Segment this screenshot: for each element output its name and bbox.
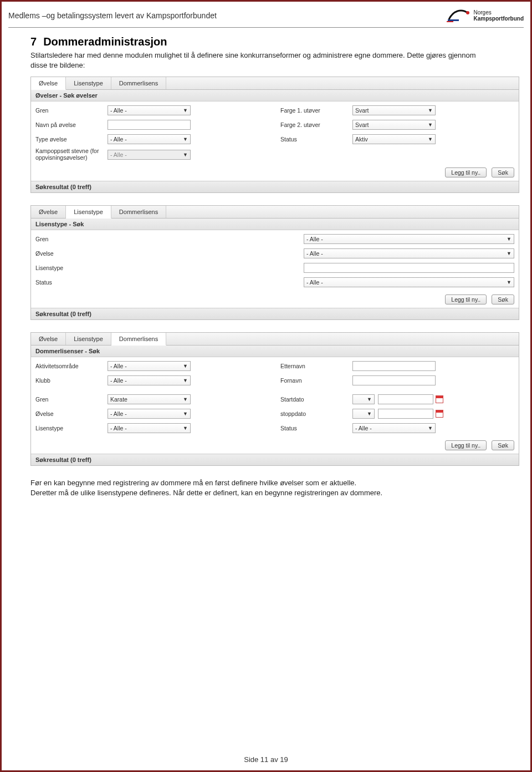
outro-paragraph: Før en kan begynne med registrering av d… [30, 478, 485, 497]
add-button[interactable]: Legg til ny.. [445, 167, 487, 177]
label-gren: Gren [35, 236, 96, 242]
tab-ovelse[interactable]: Øvelse [31, 77, 66, 90]
label-gren: Gren [35, 396, 108, 403]
calendar-icon[interactable] [436, 410, 443, 418]
page-header: Medlems –og betalingssystem levert av Ka… [8, 7, 524, 28]
input-stoppdato[interactable] [378, 409, 433, 419]
section-number: 7 [30, 35, 37, 48]
chevron-down-icon: ▼ [428, 108, 433, 113]
chevron-down-icon: ▼ [428, 425, 433, 431]
page-footer: Side 11 av 19 [2, 755, 530, 764]
label-lisenstype: Lisenstype [35, 425, 108, 431]
tabs: Øvelse Lisenstype Dommerlisens [31, 206, 519, 219]
section-title: Dommeradministrasjon [43, 35, 167, 48]
label-farge1: Farge 1. utøver [280, 107, 352, 114]
search-button[interactable]: Søk [492, 294, 514, 304]
panel1-subheader: Øvelser - Søk øvelser [31, 90, 519, 101]
select-type[interactable]: - Alle -▼ [108, 134, 191, 144]
label-navn: Navn på øvelse [35, 121, 108, 128]
label-lisenstype: Lisenstype [35, 265, 96, 271]
search-button[interactable]: Søk [492, 440, 514, 450]
logo-icon [446, 7, 470, 24]
label-kampoppsett: Kampoppsett stevne (for oppvisningsøvels… [35, 148, 108, 161]
select-lisenstype[interactable]: - Alle -▼ [108, 423, 191, 433]
panel-lisenstype: Øvelse Lisenstype Dommerlisens Lisenstyp… [30, 205, 519, 320]
search-button[interactable]: Søk [492, 167, 514, 177]
chevron-down-icon: ▼ [183, 397, 188, 402]
calendar-icon[interactable] [436, 395, 443, 403]
header-title: Medlems –og betalingssystem levert av Ka… [8, 11, 217, 20]
select-start-day[interactable]: ▼ [352, 394, 375, 404]
chevron-down-icon: ▼ [183, 425, 188, 431]
chevron-down-icon: ▼ [428, 122, 433, 128]
chevron-down-icon: ▼ [183, 411, 188, 417]
tab-lisenstype[interactable]: Lisenstype [66, 333, 111, 345]
chevron-down-icon: ▼ [183, 152, 188, 158]
input-lisenstype[interactable] [304, 263, 514, 273]
add-button[interactable]: Legg til ny.. [445, 294, 487, 304]
chevron-down-icon: ▼ [183, 108, 188, 113]
chevron-down-icon: ▼ [507, 251, 511, 256]
select-kampoppsett: - Alle -▼ [108, 150, 191, 160]
select-status[interactable]: - Alle -▼ [352, 423, 436, 433]
tab-lisenstype[interactable]: Lisenstype [66, 206, 111, 219]
panel2-result: Søkresultat (0 treff) [31, 308, 519, 319]
logo-text-line2: Kampsportforbund [473, 16, 524, 22]
chevron-down-icon: ▼ [507, 280, 511, 285]
select-ovelse[interactable]: - Alle -▼ [108, 409, 191, 419]
label-gren: Gren [35, 107, 108, 114]
label-stoppdato: stoppdato [280, 410, 352, 417]
label-ovelse: Øvelse [35, 410, 108, 417]
chevron-down-icon: ▼ [183, 378, 188, 383]
chevron-down-icon: ▼ [183, 363, 188, 369]
label-ovelse: Øvelse [35, 250, 96, 257]
panel-dommerlisens: Øvelse Lisenstype Dommerlisens Dommerlis… [30, 332, 519, 466]
label-status: Status [35, 279, 96, 286]
chevron-down-icon: ▼ [428, 136, 433, 142]
document-page: Medlems –og betalingssystem levert av Ka… [0, 0, 532, 772]
select-status[interactable]: Aktiv▼ [352, 134, 436, 144]
tab-lisenstype[interactable]: Lisenstype [66, 77, 111, 89]
select-gren[interactable]: - Alle -▼ [108, 105, 191, 115]
tab-ovelse[interactable]: Øvelse [31, 206, 66, 218]
select-gren[interactable]: Karate▼ [108, 394, 191, 404]
chevron-down-icon: ▼ [367, 397, 372, 402]
select-gren[interactable]: - Alle -▼ [304, 234, 514, 244]
select-stop-day[interactable]: ▼ [352, 409, 375, 419]
select-farge2[interactable]: Svart▼ [352, 120, 436, 130]
add-button[interactable]: Legg til ny.. [445, 440, 487, 450]
input-navn[interactable] [108, 120, 191, 130]
label-aktivitet: Aktivitetsområde [35, 363, 108, 369]
tabs: Øvelse Lisenstype Dommerlisens [31, 333, 519, 346]
tab-dommerlisens[interactable]: Dommerlisens [111, 333, 166, 346]
label-status: Status [280, 425, 352, 431]
select-status[interactable]: - Alle -▼ [304, 277, 514, 287]
logo-text-line1: Norges [473, 9, 524, 16]
chevron-down-icon: ▼ [183, 136, 188, 142]
tab-ovelse[interactable]: Øvelse [31, 333, 66, 345]
panel3-subheader: Dommerlisenser - Søk [31, 346, 519, 357]
label-farge2: Farge 2. utøver [280, 121, 352, 128]
panel1-result: Søkresultat (0 treff) [31, 181, 519, 192]
label-status: Status [280, 136, 352, 143]
logo: Norges Kampsportforbund [446, 7, 524, 24]
input-fornavn[interactable] [352, 375, 436, 385]
select-aktivitet[interactable]: - Alle -▼ [108, 361, 191, 371]
chevron-down-icon: ▼ [507, 236, 511, 242]
label-startdato: Startdato [280, 396, 352, 403]
label-klubb: Klubb [35, 377, 108, 384]
svg-point-0 [466, 11, 469, 14]
tab-dommerlisens[interactable]: Dommerlisens [111, 206, 166, 218]
panel2-subheader: Lisenstype - Søk [31, 219, 519, 230]
input-etternavn[interactable] [352, 361, 436, 371]
select-farge1[interactable]: Svart▼ [352, 105, 436, 115]
panel3-result: Søkresultat (0 treff) [31, 454, 519, 465]
svg-rect-2 [447, 21, 453, 22]
tabs: Øvelse Lisenstype Dommerlisens [31, 77, 519, 90]
tab-dommerlisens[interactable]: Dommerlisens [111, 77, 166, 89]
select-klubb[interactable]: - Alle -▼ [108, 375, 191, 385]
input-startdato[interactable] [378, 394, 433, 404]
select-ovelse[interactable]: - Alle -▼ [304, 248, 514, 258]
panel-ovelser: Øvelse Lisenstype Dommerlisens Øvelser -… [30, 77, 519, 193]
section-heading: 7Dommeradministrasjon [30, 35, 524, 48]
